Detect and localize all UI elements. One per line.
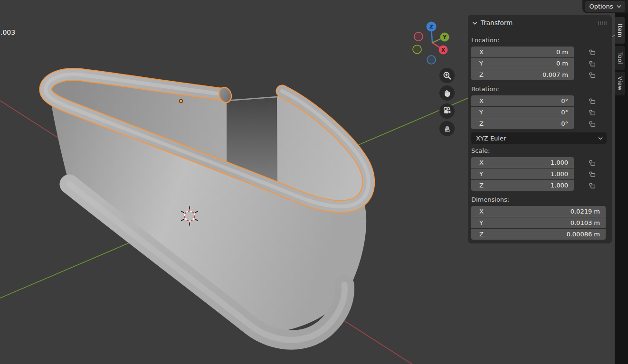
gizmo-y-label: Y	[442, 35, 447, 40]
scale-x-lock-button[interactable]	[574, 157, 596, 168]
gizmo-axis-y-neg[interactable]	[413, 45, 421, 54]
unlock-icon	[589, 121, 596, 127]
pan-button[interactable]	[439, 85, 455, 101]
options-label: Options	[589, 3, 613, 10]
object-origin-point	[179, 99, 182, 103]
location-label: Location:	[471, 37, 612, 44]
dimensions-label: Dimensions:	[471, 196, 612, 203]
scale-label: Scale:	[471, 147, 612, 154]
scale-x-field[interactable]: X 1.000	[471, 157, 574, 168]
tab-item[interactable]: Item	[615, 17, 625, 44]
panel-title: Transform	[481, 19, 513, 27]
rotation-locks	[574, 95, 596, 130]
options-button[interactable]: Options	[585, 1, 625, 12]
gizmo-x-label: X	[441, 47, 445, 53]
unlock-icon	[589, 159, 596, 166]
unlock-icon	[589, 49, 596, 56]
unlock-icon	[589, 171, 596, 177]
scale-y-field[interactable]: Y 1.000	[471, 168, 574, 179]
active-object-label: .003	[0, 28, 15, 36]
location-x-lock-button[interactable]	[574, 47, 596, 58]
rotation-y-field[interactable]: Y 0°	[471, 107, 574, 118]
location-z-lock-button[interactable]	[574, 69, 596, 81]
magnifier-plus-icon	[443, 71, 452, 80]
location-y-field[interactable]: Y 0 m	[471, 58, 574, 69]
gizmo-axis-x-neg[interactable]	[414, 32, 423, 41]
rotation-mode-dropdown[interactable]: XYZ Euler	[471, 132, 607, 144]
dimensions-y-field[interactable]: Y 0.0103 m	[471, 217, 606, 228]
location-x-field[interactable]: X 0 m	[471, 47, 574, 57]
chevron-down-icon	[617, 5, 621, 8]
transform-panel: Transform Location: X 0 m Y 0 m Z 0.007	[468, 15, 612, 243]
scale-z-lock-button[interactable]	[574, 180, 596, 191]
chevron-down-icon	[472, 21, 477, 25]
scale-z-field[interactable]: Z 1.000	[471, 180, 574, 191]
dimensions-fields: X 0.0219 m Y 0.0103 m Z 0.00086 m	[471, 206, 606, 240]
rotation-z-field[interactable]: Z 0°	[471, 118, 574, 129]
navigation-gizmo[interactable]: Z Y X	[413, 22, 449, 65]
viewport-header-strip: Options	[582, 0, 628, 13]
gizmo-z-label: Z	[429, 24, 433, 30]
rotation-x-lock-button[interactable]	[574, 95, 596, 107]
gizmo-axis-z-neg[interactable]	[427, 56, 436, 64]
unlock-icon	[589, 60, 596, 67]
transform-panel-header[interactable]: Transform	[468, 15, 612, 27]
rotation-fields: X 0° Y 0° Z 0°	[471, 95, 574, 130]
unlock-icon	[589, 98, 596, 104]
location-locks	[574, 47, 596, 81]
camera-button[interactable]	[439, 103, 455, 119]
rotation-x-field[interactable]: X 0°	[471, 95, 574, 106]
grid-icon	[443, 124, 452, 133]
camera-icon	[442, 106, 452, 116]
rotation-z-lock-button[interactable]	[574, 118, 596, 130]
rotation-label: Rotation:	[471, 85, 612, 93]
hand-icon	[443, 89, 452, 98]
unlock-icon	[589, 182, 596, 189]
grid-button[interactable]	[439, 121, 455, 136]
unlock-icon	[589, 109, 596, 116]
rotation-y-lock-button[interactable]	[574, 107, 596, 118]
unlock-icon	[589, 72, 596, 78]
chevron-down-icon	[598, 137, 603, 140]
dimensions-x-field[interactable]: X 0.0219 m	[471, 206, 606, 217]
dimensions-z-field[interactable]: Z 0.00086 m	[471, 229, 606, 240]
tab-tool[interactable]: Tool	[615, 46, 625, 70]
location-fields: X 0 m Y 0 m Z 0.007 m	[471, 47, 574, 81]
tab-view[interactable]: View	[615, 72, 625, 95]
zoom-button[interactable]	[439, 68, 455, 83]
location-y-lock-button[interactable]	[574, 58, 596, 69]
sidebar-tab-strip: Item Tool View	[615, 13, 628, 364]
scale-fields: X 1.000 Y 1.000 Z 1.000	[471, 157, 574, 191]
scale-y-lock-button[interactable]	[574, 168, 596, 180]
location-z-field[interactable]: Z 0.007 m	[471, 69, 574, 80]
panel-drag-grip[interactable]	[598, 21, 607, 25]
grip-dots-icon	[598, 21, 607, 25]
scale-locks	[574, 157, 596, 191]
